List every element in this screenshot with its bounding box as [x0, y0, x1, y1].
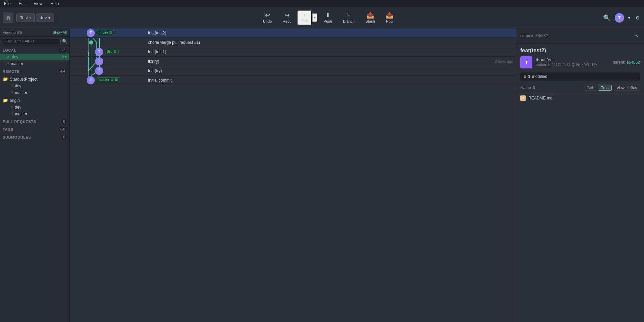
pull-icon: ⬇ [303, 13, 306, 18]
submodules-section[interactable]: SUBMODULES 0 [0, 133, 69, 141]
commit-avatar: T [87, 76, 95, 84]
commit-row[interactable]: T dev 🖥 feat(test1) [70, 47, 516, 57]
sidebar-item-master-origin[interactable]: ⑂ master [0, 111, 69, 117]
graph-cell: T [72, 66, 147, 76]
branch-arrow-icon: ⑂ [11, 84, 13, 88]
remote-group-stardustproject[interactable]: 📁 StardustProject [0, 75, 69, 83]
branch-selector[interactable]: dev ▾ [36, 13, 54, 22]
sidebar-item-dev-origin[interactable]: ⑂ dev [0, 104, 69, 111]
commit-message: chore(Merge pull request #1) [147, 40, 513, 45]
user-avatar[interactable]: T [615, 13, 624, 23]
file-name-col: Name ⇅ [520, 85, 582, 90]
search-button[interactable]: 🔍 [602, 13, 612, 23]
toolbar: Test ▾ dev ▾ ↩ Undo ↪ Redo ⬇ Pull ▾ ⬆ Pu… [0, 7, 644, 28]
menu-help[interactable]: Help [49, 1, 60, 7]
commit-graph: T ✓ dev 🖥 feat(test2) [70, 28, 516, 85]
branch-chevron-icon: ▾ [48, 15, 51, 20]
panel-expand-button[interactable]: ⇱ [633, 32, 640, 40]
menu-view[interactable]: View [32, 1, 44, 7]
author-name: thousfeet [536, 57, 609, 62]
remote-section-header[interactable]: REMOTE 4/4 [0, 67, 69, 75]
branch-name-label: dev [15, 84, 21, 88]
undo-button[interactable]: ↩ Undo [258, 10, 276, 25]
sidebar-item-dev-local[interactable]: ✓ dev 2↗ [0, 54, 69, 60]
commit-avatar: T [95, 48, 103, 56]
commit-title: feat(test2) [516, 43, 644, 56]
view-all-files-button[interactable]: View all files [614, 85, 640, 91]
remote-group-name: origin [10, 98, 20, 103]
check-icon: ✓ [99, 31, 101, 34]
pull-requests-count: 0 [61, 119, 67, 124]
redo-button[interactable]: ↪ Redo [278, 10, 296, 25]
commit-row[interactable]: chore(Merge pull request #1) [70, 38, 516, 47]
path-view-button[interactable]: Path [584, 85, 597, 91]
stash-button[interactable]: 📥 Stash [361, 10, 380, 25]
filter-search-icon: 🔍 [62, 39, 67, 44]
tags-section[interactable]: TAGS 0/0 [0, 125, 69, 133]
file-item[interactable]: M README.md [516, 94, 644, 103]
viewing-count: Viewing 6/6 [3, 30, 22, 34]
parent-info: parent: e64062 [613, 60, 640, 65]
commit-row[interactable]: T fix(try) 2 days ago [70, 57, 516, 66]
home-icon[interactable] [3, 12, 13, 23]
push-button[interactable]: ⬆ Push [319, 10, 337, 25]
sidebar-item-master-stardustproject[interactable]: ⑂ master [0, 89, 69, 96]
branch-name-label: master [15, 112, 27, 116]
undo-icon: ↩ [265, 12, 270, 18]
view-toggle: Path Tree [584, 85, 612, 91]
svg-point-12 [89, 41, 93, 44]
commit-row[interactable]: T feat(try) [70, 66, 516, 76]
branch-badge: 2↗ [62, 55, 67, 59]
branch-name-label: dev [12, 55, 18, 59]
branch-name-label: master [11, 61, 23, 66]
repo-chevron-icon: ▾ [29, 16, 31, 20]
right-panel-header: commit: 34df82 ⇱ [516, 28, 644, 43]
pull-requests-section[interactable]: PULL REQUESTS 0 [0, 117, 69, 125]
author-date: authored 2017-11-14 @ 晚上9点41分 [536, 62, 609, 67]
main-content: Viewing 6/6 Show All 🔍 LOCAL 2/2 ✓ dev 2… [0, 28, 644, 322]
sort-icon: ⇅ [532, 86, 535, 90]
file-modified-icon: M [520, 95, 526, 101]
pull-dropdown[interactable]: ▾ [312, 13, 318, 22]
commit-message: Initial commit [147, 78, 513, 83]
branch-icon: ⑂ [347, 12, 351, 18]
graph-area: T ✓ dev 🖥 feat(test2) [70, 28, 516, 322]
pop-button[interactable]: 📤 Pop [381, 10, 398, 25]
commit-message: feat(test1) [147, 50, 513, 54]
commit-row[interactable]: T master 🖥 🖥 Initial commit [70, 76, 516, 85]
branch-name: dev [40, 15, 47, 20]
local-count: 2/2 [59, 48, 67, 52]
redo-icon: ↪ [285, 12, 290, 18]
graph-cell: T dev 🖥 [72, 47, 147, 57]
pop-icon: 📤 [386, 12, 393, 18]
menu-edit[interactable]: Edit [17, 1, 27, 7]
parent-hash: e64062 [626, 60, 640, 65]
menu-file[interactable]: File [3, 1, 12, 7]
branch-tag-dev-monitor: dev 🖥 [105, 49, 119, 54]
remote-group-origin[interactable]: 📁 origin [0, 96, 69, 104]
local-section-header[interactable]: LOCAL 2/2 [0, 46, 69, 54]
sidebar-item-master-local[interactable]: ⑂ master [0, 60, 69, 67]
branch-arrow-icon: ⑂ [11, 112, 13, 116]
commit-row[interactable]: T ✓ dev 🖥 feat(test2) [70, 28, 516, 38]
repo-selector[interactable]: Test ▾ [16, 13, 35, 22]
sidebar-item-dev-stardustproject[interactable]: ⑂ dev [0, 83, 69, 89]
modified-label: modified [532, 74, 547, 79]
account-dropdown[interactable]: ▾ [627, 14, 632, 22]
show-all-button[interactable]: Show All [53, 30, 67, 34]
local-label: LOCAL [3, 48, 17, 52]
tree-view-button[interactable]: Tree [598, 85, 611, 91]
commit-avatar: T [95, 57, 103, 65]
commit-avatar: T [95, 67, 103, 75]
submodules-label: SUBMODULES [3, 135, 31, 139]
push-icon: ⬆ [325, 12, 330, 18]
settings-button[interactable]: ⚙ [634, 14, 641, 22]
remote-label: REMOTE [3, 69, 20, 74]
file-name: README.md [528, 96, 552, 100]
branch-tag-master: master 🖥 🖥 [97, 77, 120, 82]
submodules-count: 0 [61, 135, 67, 139]
branch-button[interactable]: ⑂ Branch [338, 10, 359, 25]
pull-button-group: ⬇ Pull ▾ [297, 10, 317, 25]
pull-button[interactable]: ⬇ Pull [297, 10, 312, 25]
filter-input[interactable] [2, 38, 61, 44]
